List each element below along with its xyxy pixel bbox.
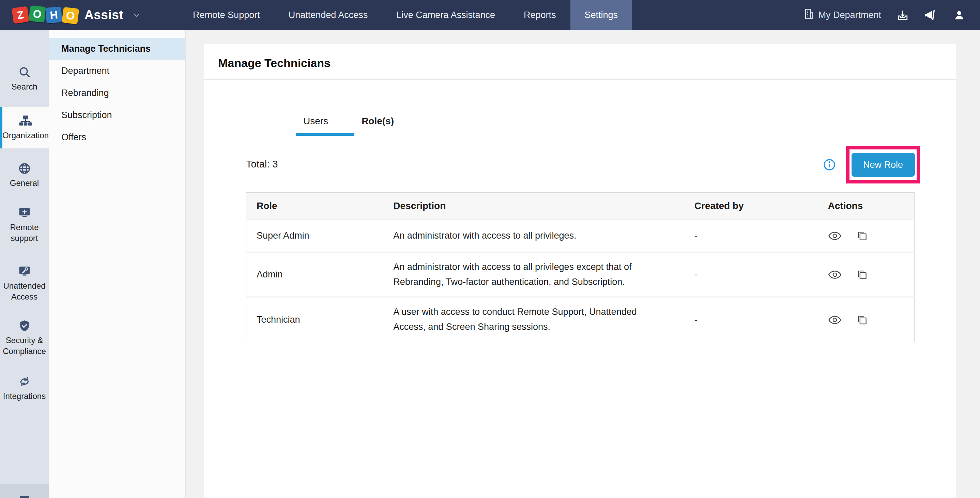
- shield-check-icon: [18, 319, 31, 332]
- column-header-created-by: Created by: [684, 193, 818, 220]
- submenu-item-subscription[interactable]: Subscription: [49, 104, 185, 126]
- description-cell: A user with access to conduct Remote Sup…: [383, 297, 684, 342]
- sidebar-item-integrations[interactable]: Integrations: [0, 375, 49, 402]
- view-icon[interactable]: [828, 231, 842, 241]
- created-by-cell: -: [684, 297, 818, 342]
- page-title: Manage Technicians: [218, 57, 331, 70]
- topbar-right-cluster: My Department: [804, 8, 965, 22]
- column-header-role: Role: [247, 193, 383, 220]
- top-navigation: Remote Support Unattended Access Live Ca…: [178, 0, 632, 30]
- copy-icon[interactable]: [857, 315, 867, 325]
- role-cell: Super Admin: [247, 220, 383, 252]
- zoho-tile-o2: O: [62, 7, 79, 24]
- department-selector[interactable]: My Department: [804, 8, 881, 22]
- sidebar-item-label: Security & Compliance: [0, 335, 49, 357]
- left-rail: Search Organization General: [0, 30, 49, 498]
- actions-cell: [818, 297, 915, 342]
- title-divider: [204, 79, 956, 80]
- actions-cell: [818, 220, 915, 252]
- nav-unattended-access[interactable]: Unattended Access: [274, 0, 382, 30]
- created-by-cell: -: [684, 220, 818, 252]
- org-chart-icon: [19, 114, 32, 127]
- submenu-item-manage-technicians[interactable]: Manage Technicians: [49, 38, 185, 60]
- actions-cell: [818, 252, 915, 297]
- nav-reports[interactable]: Reports: [509, 0, 570, 30]
- top-bar: Z O H O Assist Remote Support Unattended…: [0, 0, 980, 30]
- building-icon: [804, 8, 814, 22]
- tabs-divider: [246, 136, 915, 136]
- announcement-icon[interactable]: [924, 9, 938, 21]
- role-cell: Technician: [247, 297, 383, 342]
- sidebar-item-label: Integrations: [3, 391, 46, 402]
- new-role-button[interactable]: New Role: [851, 153, 915, 177]
- sidebar-item-label: Unattended Access: [0, 281, 49, 303]
- description-cell: An administrator with access to all priv…: [383, 220, 684, 252]
- copy-icon[interactable]: [857, 231, 867, 241]
- tab-users[interactable]: Users: [301, 116, 331, 127]
- department-label: My Department: [818, 10, 881, 21]
- globe-icon: [18, 162, 31, 175]
- zoho-logo-tiles: Z O H O: [13, 7, 78, 23]
- nav-settings[interactable]: Settings: [570, 0, 632, 30]
- created-by-cell: -: [684, 252, 818, 297]
- nav-remote-support[interactable]: Remote Support: [178, 0, 274, 30]
- sidebar-item-search[interactable]: Search: [0, 66, 49, 92]
- tab-roles[interactable]: Role(s): [359, 116, 397, 127]
- sidebar-item-label: Organization: [2, 130, 49, 141]
- user-icon[interactable]: [953, 9, 965, 21]
- chevron-down-icon[interactable]: [132, 11, 141, 19]
- sidebar-item-unattended-access[interactable]: Unattended Access: [0, 265, 49, 303]
- download-icon[interactable]: [897, 9, 908, 21]
- sidebar-item-label: Search: [11, 81, 37, 92]
- copy-icon[interactable]: [857, 270, 867, 280]
- zoho-tile-o1: O: [29, 5, 46, 23]
- table-row: Super Admin An administrator with access…: [247, 220, 915, 252]
- settings-submenu: Manage Technicians Department Rebranding…: [49, 30, 186, 498]
- sidebar-item-security-compliance[interactable]: Security & Compliance: [0, 319, 49, 357]
- zoho-tile-h: H: [45, 6, 62, 24]
- view-icon[interactable]: [828, 270, 842, 279]
- info-icon[interactable]: [822, 158, 836, 173]
- sidebar-item-general[interactable]: General: [0, 162, 49, 189]
- zoho-tile-z: Z: [11, 6, 29, 24]
- rail-bottom-section[interactable]: [0, 484, 49, 498]
- sync-arrows-icon: [18, 375, 31, 388]
- total-count-label: Total: 3: [246, 159, 278, 170]
- zoho-assist-logo[interactable]: Z O H O Assist: [13, 7, 141, 23]
- submenu-item-department[interactable]: Department: [49, 60, 185, 82]
- content-card: Manage Technicians Users Role(s) Total: …: [204, 44, 956, 498]
- column-header-description: Description: [383, 193, 684, 220]
- nav-live-camera-assistance[interactable]: Live Camera Assistance: [382, 0, 509, 30]
- submenu-item-offers[interactable]: Offers: [49, 126, 185, 148]
- sidebar-item-label: Remote support: [0, 222, 49, 244]
- table-row: Admin An administrator with access to al…: [247, 252, 915, 297]
- column-header-actions: Actions: [818, 193, 915, 220]
- table-header-row: Role Description Created by Actions: [247, 193, 915, 220]
- sidebar-item-label: General: [10, 178, 39, 189]
- roles-table: Role Description Created by Actions Supe…: [246, 192, 915, 342]
- table-row: Technician A user with access to conduct…: [247, 297, 915, 342]
- monitor-plus-icon: [18, 206, 31, 219]
- main-area: Manage Technicians Users Role(s) Total: …: [186, 30, 980, 498]
- partial-icon: [20, 496, 29, 498]
- description-cell: An administrator with access to all priv…: [383, 252, 684, 297]
- sidebar-item-remote-support[interactable]: Remote support: [0, 206, 49, 244]
- role-cell: Admin: [247, 252, 383, 297]
- highlight-annotation: New Role: [846, 146, 920, 184]
- search-icon: [18, 66, 31, 79]
- sidebar-item-organization[interactable]: Organization: [0, 107, 49, 148]
- product-name: Assist: [84, 8, 123, 22]
- monitor-key-icon: [18, 265, 31, 278]
- tab-bar: Users Role(s): [301, 116, 397, 127]
- view-icon[interactable]: [828, 315, 842, 325]
- submenu-item-rebranding[interactable]: Rebranding: [49, 82, 185, 104]
